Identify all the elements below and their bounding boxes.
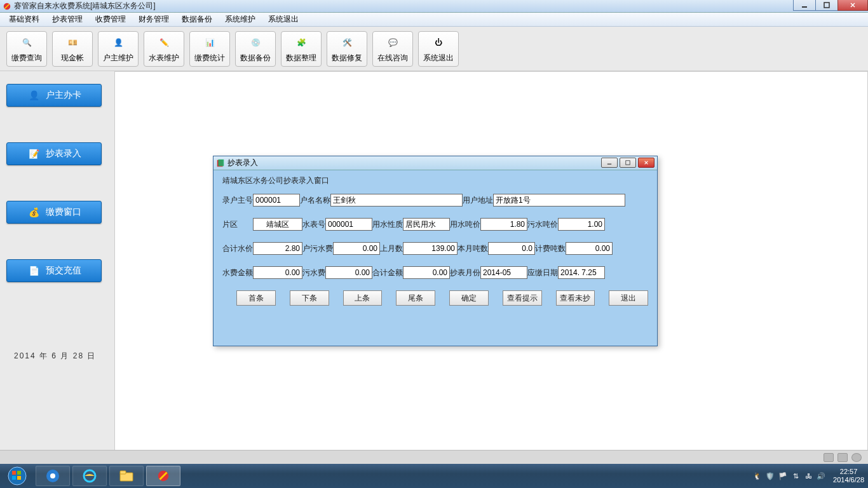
toolbar-label: 缴费统计 xyxy=(194,53,225,64)
next-button[interactable]: 下条 xyxy=(290,290,329,306)
input-area[interactable] xyxy=(253,218,302,231)
label-name: 户名名称 xyxy=(300,195,330,206)
menu-item[interactable]: 系统维护 xyxy=(219,13,262,26)
sidebar-label: 户主办卡 xyxy=(46,90,81,101)
toolbar-label: 数据整理 xyxy=(286,53,316,64)
toolbar-button[interactable]: 👤户主维护 xyxy=(98,31,139,67)
input-total-fee[interactable] xyxy=(403,266,450,279)
dialog-maximize-button[interactable] xyxy=(620,158,636,168)
label-sewage-fee: 污水费 xyxy=(302,268,325,278)
repair-icon: 🛠️ xyxy=(338,34,356,51)
write-icon: 📝 xyxy=(27,147,41,161)
minimize-button[interactable] xyxy=(793,0,816,11)
user-icon: 👤 xyxy=(109,34,127,51)
input-due[interactable] xyxy=(558,266,605,279)
svg-point-13 xyxy=(50,473,55,478)
toolbar-label: 户主维护 xyxy=(103,53,133,64)
dialog-close-button[interactable] xyxy=(638,158,654,168)
label-charge-ton: 计费吨数 xyxy=(535,243,566,254)
input-sewage-price[interactable] xyxy=(558,218,605,231)
toolbar-label: 数据修复 xyxy=(332,53,362,64)
status-help-icon[interactable] xyxy=(851,453,862,462)
menu-item[interactable]: 数据备份 xyxy=(175,13,219,26)
sidebar-label: 抄表录入 xyxy=(46,148,81,159)
first-button[interactable]: 首条 xyxy=(236,290,276,306)
toolbar-button[interactable]: 🔍缴费查询 xyxy=(6,31,47,67)
input-hu-sewage[interactable] xyxy=(333,242,380,255)
toolbar-label: 水表维护 xyxy=(149,53,179,64)
toolbar-button[interactable]: 💬在线咨询 xyxy=(372,31,413,67)
close-button[interactable] xyxy=(837,0,868,11)
input-read-month[interactable] xyxy=(480,266,527,279)
input-sewage-fee[interactable] xyxy=(325,266,372,279)
status-icon[interactable] xyxy=(824,453,834,462)
dialog-window-controls xyxy=(601,158,654,168)
tray-flag-icon[interactable]: 🏳️ xyxy=(778,471,787,480)
input-meter[interactable] xyxy=(325,218,372,231)
svg-rect-1 xyxy=(802,6,807,8)
tray-clock[interactable]: 22:57 2014/6/28 xyxy=(833,468,864,484)
input-this[interactable] xyxy=(488,242,535,255)
start-button[interactable] xyxy=(0,464,34,488)
toolbar-button[interactable]: 📊缴费统计 xyxy=(189,31,230,67)
view-tip-button[interactable]: 查看提示 xyxy=(503,290,542,306)
app-title: 赛管家自来水收费系统[靖城东区水务公司] xyxy=(14,1,156,11)
last-button[interactable]: 尾条 xyxy=(396,290,435,306)
label-due: 应缴日期 xyxy=(527,268,558,278)
prev-button[interactable]: 上条 xyxy=(343,290,383,306)
dialog-titlebar[interactable]: 抄表录入 xyxy=(214,156,657,170)
toolbar-label: 数据备份 xyxy=(240,53,271,64)
tray-shield-icon[interactable]: 🛡️ xyxy=(766,471,775,480)
input-usage[interactable] xyxy=(403,218,450,231)
tray-network-icon[interactable]: 🖧 xyxy=(804,471,813,480)
taskbar-item-explorer[interactable] xyxy=(109,466,144,486)
menu-item[interactable]: 基础资料 xyxy=(3,13,46,26)
svg-rect-6 xyxy=(626,161,630,165)
toolbar-button[interactable]: 💿数据备份 xyxy=(235,31,276,67)
input-addr[interactable] xyxy=(493,194,625,207)
input-last[interactable] xyxy=(403,242,458,255)
label-addr: 用户地址 xyxy=(463,195,493,206)
status-icon[interactable] xyxy=(837,453,848,462)
sidebar-button-card[interactable]: 👤户主办卡 xyxy=(6,84,102,107)
tray-updown-icon[interactable]: ⇅ xyxy=(791,471,800,480)
view-unread-button[interactable]: 查看未抄 xyxy=(556,290,595,306)
label-hu-sewage: 户污水费 xyxy=(302,243,333,254)
toolbar-button[interactable]: ⏻系统退出 xyxy=(418,31,459,67)
menu-item[interactable]: 财务管理 xyxy=(132,13,175,26)
input-account[interactable] xyxy=(253,194,300,207)
sidebar: 👤户主办卡 📝抄表录入 💰缴费窗口 📄预交充值 xyxy=(6,84,108,318)
edit-icon: ✏️ xyxy=(155,34,173,51)
toolbar: 🔍缴费查询 💴现金帐 👤户主维护 ✏️水表维护 📊缴费统计 💿数据备份 🧩数据整… xyxy=(0,27,868,71)
maximize-button[interactable] xyxy=(815,0,838,11)
input-charge-ton[interactable] xyxy=(566,242,613,255)
toolbar-button[interactable]: 🛠️数据修复 xyxy=(327,31,367,67)
sidebar-button-reading[interactable]: 📝抄表录入 xyxy=(6,142,102,165)
ok-button[interactable]: 确定 xyxy=(449,290,489,306)
sidebar-button-pay[interactable]: 💰缴费窗口 xyxy=(6,201,102,224)
desktop-screen: 赛管家自来水收费系统[靖城东区水务公司] 基础资料 抄表管理 收费管理 财务管理… xyxy=(0,0,868,488)
toolbar-button[interactable]: 💴现金帐 xyxy=(52,31,93,67)
tray-speaker-icon[interactable]: 🔊 xyxy=(817,471,825,480)
taskbar-item-app[interactable] xyxy=(146,466,180,486)
toolbar-button[interactable]: ✏️水表维护 xyxy=(144,31,184,67)
menu-item[interactable]: 抄表管理 xyxy=(46,13,89,26)
input-total-price[interactable] xyxy=(253,242,302,255)
input-name[interactable] xyxy=(330,194,463,207)
taskbar-item[interactable] xyxy=(36,466,70,486)
menu-item[interactable]: 系统退出 xyxy=(262,13,305,26)
svg-rect-10 xyxy=(12,476,16,480)
toolbar-button[interactable]: 🧩数据整理 xyxy=(281,31,322,67)
toolbar-label: 在线咨询 xyxy=(377,53,408,64)
power-icon: ⏻ xyxy=(430,34,447,51)
tray-qq-icon[interactable]: 🐧 xyxy=(753,471,762,480)
taskbar-item-ie[interactable] xyxy=(72,466,107,486)
menu-item[interactable]: 收费管理 xyxy=(89,13,132,26)
input-price[interactable] xyxy=(480,218,527,231)
dialog-icon xyxy=(216,159,225,168)
sidebar-button-prepay[interactable]: 📄预交充值 xyxy=(6,259,102,282)
dialog-minimize-button[interactable] xyxy=(601,158,618,168)
taskbar: 🐧 🛡️ 🏳️ ⇅ 🖧 🔊 22:57 2014/6/28 xyxy=(0,464,868,488)
exit-button[interactable]: 退出 xyxy=(609,290,648,306)
input-water-fee[interactable] xyxy=(253,266,302,279)
